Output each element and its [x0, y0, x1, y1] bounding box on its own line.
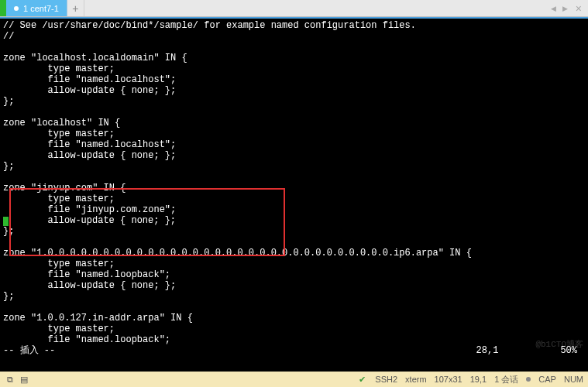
- status-num: NUM: [564, 375, 583, 384]
- tab-add-button[interactable]: +: [67, 0, 84, 16]
- vim-status-line: -- 插入 --28,150%: [3, 345, 585, 356]
- tab-nav-next-icon[interactable]: ▶: [561, 5, 569, 12]
- activity-dot-icon: [526, 377, 531, 382]
- status-term: xterm: [405, 375, 427, 384]
- status-sessions: 1 会话: [494, 374, 518, 385]
- statusbar-right: ✔ SSH2 xterm 107x31 19,1 1 会话 CAP NUM: [356, 374, 583, 385]
- tab-cent7-1[interactable]: 1 cent7-1: [6, 0, 67, 16]
- tab-active-indicator: [0, 0, 6, 16]
- tab-status-dot-icon: [14, 6, 19, 11]
- vim-mode: -- 插入 --: [3, 345, 55, 356]
- connected-icon: ✔: [356, 374, 367, 385]
- status-bar: ⧉ ▤ ✔ SSH2 xterm 107x31 19,1 1 会话 CAP NU…: [0, 372, 588, 387]
- tabbar-controls: ◀ ▶ ×: [549, 0, 588, 16]
- terminal-content: // See /usr/share/doc/bind*/sample/ for …: [3, 20, 585, 345]
- session-icon[interactable]: ▤: [19, 374, 29, 385]
- status-ssh: SSH2: [375, 375, 397, 384]
- tabbar-close-icon[interactable]: ×: [573, 2, 585, 15]
- snippet-icon[interactable]: ⧉: [5, 374, 15, 385]
- status-rows: 19,1: [470, 375, 487, 384]
- tab-label: 1 cent7-1: [23, 4, 59, 13]
- terminal-viewport[interactable]: // See /usr/share/doc/bind*/sample/ for …: [0, 17, 588, 372]
- status-size: 107x31: [435, 375, 462, 384]
- vim-cursor-position: 28,1: [476, 345, 561, 356]
- vim-scroll-percent: 50%: [560, 345, 585, 356]
- tab-nav-prev-icon[interactable]: ◀: [549, 5, 558, 12]
- statusbar-left-icons: ⧉ ▤: [5, 374, 29, 385]
- tab-bar: 1 cent7-1 + ◀ ▶ ×: [0, 0, 588, 17]
- status-cap: CAP: [538, 375, 556, 384]
